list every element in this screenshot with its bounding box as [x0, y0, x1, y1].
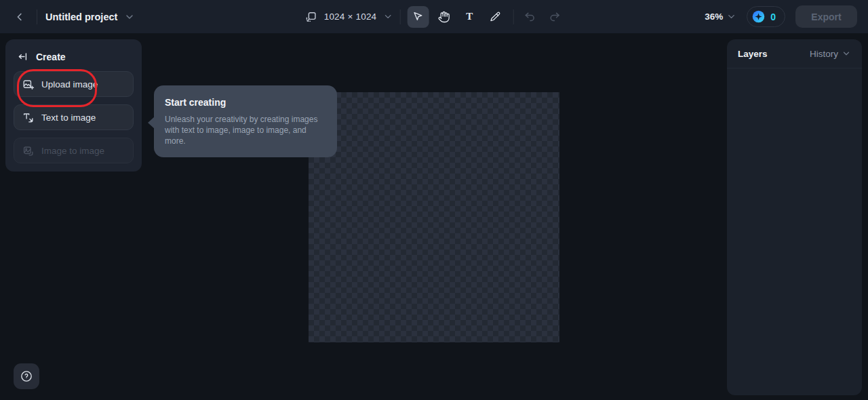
upload-image-button[interactable]: Upload image [14, 71, 134, 97]
upload-image-icon [22, 78, 35, 91]
hand-icon [437, 11, 450, 23]
text-tool-button[interactable]: T [458, 6, 480, 28]
image-to-image-button[interactable]: Image to image [14, 138, 134, 163]
upload-image-label: Upload image [41, 79, 98, 89]
hand-tool-button[interactable] [433, 6, 454, 28]
chevron-down-icon [124, 12, 135, 22]
topbar-right-group: 36% 0 Export [705, 5, 857, 28]
canvas-artboard[interactable] [309, 92, 559, 342]
create-panel: Create Upload image Text to image [5, 39, 142, 172]
undo-button[interactable] [520, 7, 538, 26]
chevron-down-icon [842, 49, 851, 58]
export-button[interactable]: Export [795, 5, 857, 28]
zoom-level-label: 36% [705, 12, 723, 22]
undo-icon [523, 10, 536, 23]
svg-text:T: T [466, 11, 473, 22]
tool-group: T [407, 6, 506, 28]
layers-panel: Layers History [727, 39, 862, 395]
question-mark-icon [20, 369, 33, 383]
project-title: Untitled project [45, 12, 117, 22]
help-button[interactable] [14, 363, 39, 389]
credits-badge[interactable]: 0 [747, 6, 785, 27]
redo-icon [548, 10, 561, 23]
topbar-center-group: 1024 × 1024 [304, 0, 564, 33]
redo-button[interactable] [545, 7, 564, 26]
collapse-panel-icon[interactable] [18, 51, 29, 62]
canvas-size-label: 1024 × 1024 [324, 12, 377, 22]
canvas-size-selector[interactable]: 1024 × 1024 [304, 10, 393, 24]
history-dropdown[interactable]: History [810, 49, 851, 59]
text-to-image-label: Text to image [41, 113, 96, 123]
chevron-down-icon [726, 12, 736, 22]
tooltip-body: Unleash your creativity by creating imag… [165, 114, 326, 146]
topbar-left-group: Untitled project [11, 8, 135, 26]
tab-layers[interactable]: Layers [738, 49, 768, 59]
credits-count: 0 [770, 12, 776, 22]
resize-canvas-icon [304, 10, 318, 24]
create-panel-header: Create [14, 47, 134, 71]
layers-panel-header: Layers History [727, 39, 862, 68]
history-controls [520, 7, 564, 26]
topbar-divider [513, 9, 513, 24]
credits-coin-icon [751, 9, 766, 24]
image-to-image-label: Image to image [41, 146, 104, 156]
brush-icon [489, 11, 501, 23]
top-toolbar: Untitled project 1024 × 1024 [0, 0, 868, 33]
tooltip-title: Start creating [165, 97, 326, 108]
text-to-image-button[interactable]: Text to image [14, 104, 134, 130]
cursor-icon [412, 10, 425, 23]
text-icon: T [463, 10, 476, 23]
chevron-left-icon [14, 11, 26, 23]
select-tool-button[interactable] [407, 6, 429, 28]
brush-tool-button[interactable] [484, 6, 506, 28]
create-panel-title: Create [36, 52, 66, 62]
start-creating-tooltip: Start creating Unleash your creativity b… [154, 85, 337, 157]
history-label: History [810, 49, 838, 59]
zoom-level-selector[interactable]: 36% [705, 12, 736, 22]
topbar-divider [37, 9, 37, 24]
text-to-image-icon [22, 111, 35, 124]
topbar-divider [399, 9, 400, 24]
back-button[interactable] [11, 8, 28, 26]
project-title-menu[interactable]: Untitled project [45, 12, 135, 22]
image-to-image-icon [22, 144, 35, 157]
chevron-down-icon [382, 12, 393, 22]
